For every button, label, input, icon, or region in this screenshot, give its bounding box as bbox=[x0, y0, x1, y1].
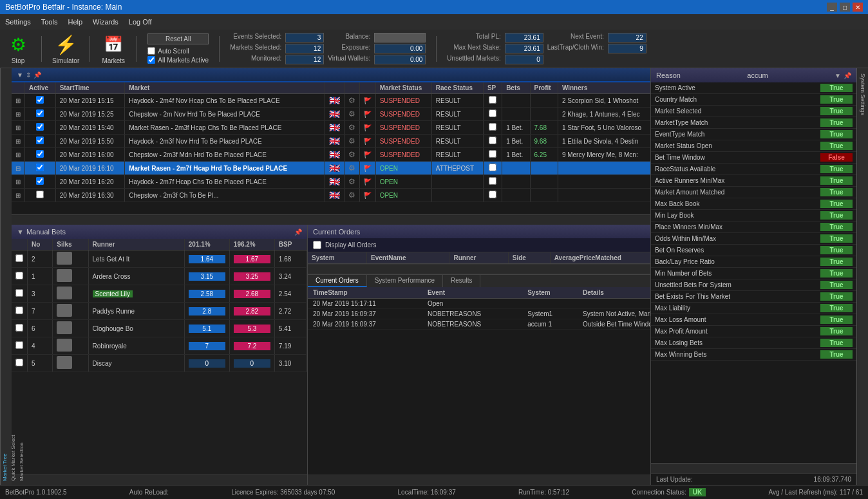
reason-row: EventType Match True bbox=[651, 129, 856, 140]
market-table-row[interactable]: ⊞ 20 Mar 2019 16:20 Haydock - 2m7f Hcap … bbox=[12, 175, 650, 189]
reason-name: Market Selected bbox=[655, 108, 820, 115]
sp-cell bbox=[483, 135, 502, 148]
manual-bets-hscroll[interactable] bbox=[12, 475, 307, 485]
close-button[interactable]: ✕ bbox=[853, 3, 863, 12]
log-details bbox=[578, 299, 650, 309]
orders-hscroll[interactable] bbox=[308, 264, 650, 274]
right-panel-pin[interactable]: 📌 bbox=[844, 72, 851, 79]
bets-cell bbox=[502, 108, 530, 121]
reason-row: Odds Within Min/Max True bbox=[651, 233, 856, 245]
flag-cell-2: ⚙ bbox=[344, 135, 359, 148]
log-system bbox=[522, 299, 578, 309]
reason-badge: True bbox=[820, 165, 853, 173]
tab-system-performance[interactable]: System Performance bbox=[367, 275, 443, 287]
reason-row: Country Match True bbox=[651, 94, 856, 106]
bet-runner-cell: Lets Get At It bbox=[88, 250, 184, 268]
tab-current-orders[interactable]: Current Orders bbox=[308, 275, 367, 287]
market-table-row[interactable]: ⊞ 20 Mar 2019 15:25 Chepstow - 2m Nov Hr… bbox=[12, 108, 650, 121]
menu-wizards[interactable]: Wizards bbox=[93, 18, 118, 26]
market-cell: Chepstow - 2m Nov Hrd To Be Placed PLACE bbox=[125, 108, 325, 121]
log-hscroll[interactable] bbox=[308, 475, 650, 485]
reason-name: Market Status Open bbox=[655, 142, 820, 149]
manual-bet-row[interactable]: 5 Discay 0 0 3.10 bbox=[12, 355, 307, 372]
right-panel-hscroll[interactable] bbox=[651, 463, 856, 473]
system-settings-tab[interactable]: System Settings bbox=[856, 68, 868, 485]
manual-bets-scroll[interactable]: No Silks Runner 201.1% 196.2% BSP 2 Lets… bbox=[12, 239, 307, 475]
profit-cell: 7.68 bbox=[530, 121, 558, 135]
manual-bet-row[interactable]: 7 Paddys Runne 2.8 2.82 2.72 bbox=[12, 303, 307, 320]
market-table-container[interactable]: Active StartTime Market Market Status Ra… bbox=[12, 82, 650, 214]
reason-row: Max Loss Amount True bbox=[651, 314, 856, 326]
manual-bets-pin[interactable]: 📌 bbox=[294, 229, 302, 236]
start-time-cell: 20 Mar 2019 16:00 bbox=[55, 148, 125, 162]
start-time-cell: 20 Mar 2019 15:15 bbox=[55, 94, 125, 108]
active-cell bbox=[25, 189, 56, 202]
manual-bet-row[interactable]: 1 Ardera Cross 3.15 3.25 3.24 bbox=[12, 268, 307, 285]
log-col-system: System bbox=[522, 287, 578, 299]
red-flag-cell: 🚩 bbox=[359, 148, 375, 162]
bet-bsp-cell: 2.72 bbox=[274, 303, 307, 320]
bet-silk-cell bbox=[53, 303, 88, 320]
market-tree-scroll-btn[interactable]: ⇕ bbox=[26, 71, 31, 79]
tab-market-selection[interactable]: Market Selection bbox=[17, 68, 26, 485]
log-details: Outside Bet Time Window bbox=[578, 319, 650, 330]
flag-cell-2: ⚙ bbox=[344, 162, 359, 175]
reason-badge: True bbox=[820, 234, 853, 243]
all-markets-active-checkbox[interactable] bbox=[147, 56, 155, 64]
race-status-cell: RESULT bbox=[431, 135, 483, 148]
market-tree-pin-btn[interactable]: 📌 bbox=[33, 71, 41, 79]
orders-table-container[interactable]: System EventName Runner Side AveragePric… bbox=[308, 252, 650, 264]
market-table-row[interactable]: ⊞ 20 Mar 2019 16:00 Chepstow - 2m3f Mdn … bbox=[12, 148, 650, 162]
tab-market-tree[interactable]: Market Tree bbox=[1, 68, 9, 485]
market-table-row[interactable]: ⊟ 20 Mar 2019 16:10 Market Rasen - 2m7f … bbox=[12, 162, 650, 175]
markets-button[interactable]: 📅 Markets bbox=[100, 33, 126, 64]
tab-results[interactable]: Results bbox=[443, 275, 480, 287]
status-cell: OPEN bbox=[375, 162, 431, 175]
race-status-cell bbox=[431, 189, 483, 202]
manual-bet-row[interactable]: 6 Cloghouge Bo 5.1 5.3 5.41 bbox=[12, 320, 307, 337]
menu-help[interactable]: Help bbox=[68, 18, 82, 26]
reason-row: Max Profit Amount True bbox=[651, 326, 856, 337]
bets-cell: 1 Bet. bbox=[502, 135, 530, 148]
right-panel-collapse[interactable]: ▼ bbox=[835, 72, 841, 79]
manual-bet-row[interactable]: 4 Robinroyale 7 7.2 7.19 bbox=[12, 337, 307, 355]
manual-bets-panel: ▼ Manual Bets 📌 No Silks bbox=[12, 225, 308, 485]
market-table-row[interactable]: ⊞ 20 Mar 2019 16:30 Chepstow - 2m3f Ch T… bbox=[12, 189, 650, 202]
reset-all-button[interactable]: Reset All bbox=[147, 33, 209, 44]
maximize-button[interactable]: □ bbox=[840, 3, 850, 12]
reason-row: Unsettled Bets For System True bbox=[651, 279, 856, 291]
profit-cell bbox=[530, 94, 558, 108]
stop-button[interactable]: ⚙ Stop bbox=[5, 33, 31, 64]
sp-cell bbox=[483, 175, 502, 189]
market-cell: Market Rasen - 2m3f Hcap Chs To Be Place… bbox=[125, 121, 325, 135]
market-table-row[interactable]: ⊞ 20 Mar 2019 15:50 Haydock - 2m3f Nov H… bbox=[12, 135, 650, 148]
simulator-button[interactable]: ⚡ Simulator bbox=[52, 33, 79, 64]
menu-settings[interactable]: Settings bbox=[5, 18, 31, 26]
col-pct1: 201.1% bbox=[184, 239, 229, 250]
menu-tools[interactable]: Tools bbox=[41, 18, 58, 26]
reason-row: System Active True bbox=[651, 82, 856, 94]
start-time-cell: 20 Mar 2019 15:50 bbox=[55, 135, 125, 148]
bet-silk-cell bbox=[53, 355, 88, 372]
auto-scroll-checkbox[interactable] bbox=[147, 47, 155, 55]
manual-bet-row[interactable]: 3 Scented Lily 2.58 2.68 2.54 bbox=[12, 285, 307, 303]
manual-bet-row[interactable]: 2 Lets Get At It 1.64 1.67 1.68 bbox=[12, 250, 307, 268]
reason-name: Unsettled Bets For System bbox=[655, 281, 820, 288]
log-section[interactable]: TimeStamp Event System Details 20 Mar 20… bbox=[308, 287, 650, 475]
status-cell: SUSPENDED bbox=[375, 94, 431, 108]
status-cell: OPEN bbox=[375, 175, 431, 189]
reason-name: Min Lay Book bbox=[655, 212, 820, 219]
market-table-row[interactable]: ⊞ 20 Mar 2019 15:15 Haydock - 2m4f Nov H… bbox=[12, 94, 650, 108]
active-cell bbox=[25, 108, 56, 121]
col-market-status: Market Status bbox=[375, 82, 431, 94]
minimize-button[interactable]: _ bbox=[827, 3, 837, 12]
reason-name: Max Winning Bets bbox=[655, 351, 820, 358]
market-table-hscroll[interactable] bbox=[12, 214, 650, 225]
menu-logoff[interactable]: Log Off bbox=[129, 18, 152, 26]
reason-badge: True bbox=[820, 211, 853, 220]
display-all-checkbox[interactable] bbox=[313, 241, 321, 249]
bet-col1-cell: 3.15 bbox=[184, 268, 229, 285]
market-table-row[interactable]: ⊞ 20 Mar 2019 15:40 Market Rasen - 2m3f … bbox=[12, 121, 650, 135]
tab-quick-market[interactable]: Quick Market Select bbox=[9, 68, 17, 485]
reason-name: Bet Exists For This Market bbox=[655, 293, 820, 300]
